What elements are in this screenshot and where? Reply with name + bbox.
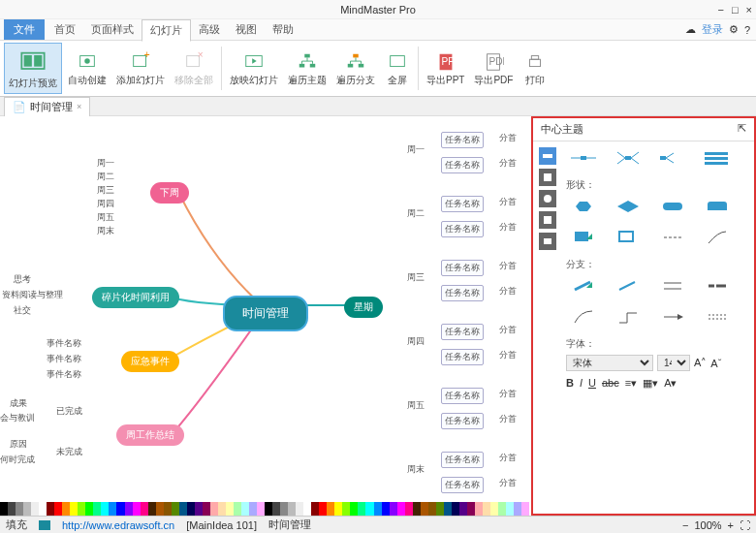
task-node[interactable]: 任务名称	[441, 413, 484, 429]
task-node[interactable]: 任务名称	[441, 349, 484, 365]
font-family-select[interactable]: 宋体	[566, 355, 653, 371]
sub-tue[interactable]: 周二	[97, 171, 114, 183]
branch-taper[interactable]	[700, 275, 735, 297]
sub-read[interactable]: 资料阅读与整理	[2, 289, 63, 301]
sub-weekend[interactable]: 周末	[97, 225, 114, 237]
sub-when[interactable]: 何时完成	[0, 454, 35, 466]
sub-result[interactable]: 成果	[10, 397, 27, 410]
vtab-theme[interactable]	[539, 190, 556, 207]
shape-diamond[interactable]	[611, 196, 646, 217]
sub-wed[interactable]: 周三	[97, 184, 114, 197]
task-node[interactable]: 任务名称	[441, 260, 484, 276]
sub-thu[interactable]: 周四	[97, 198, 114, 210]
node-emergency[interactable]: 应急事件	[121, 351, 179, 372]
task-node[interactable]: 任务名称	[441, 132, 484, 148]
node-fragment[interactable]: 碎片化时间利用	[92, 287, 179, 308]
sub-social[interactable]: 社交	[14, 304, 31, 317]
fill-opt[interactable]	[566, 227, 601, 248]
font-size-select[interactable]: 14	[657, 355, 690, 371]
conn-angle[interactable]	[611, 306, 646, 328]
shape-tab[interactable]	[700, 196, 735, 217]
sub-ev1[interactable]: 事件名称	[47, 337, 81, 350]
line-curve[interactable]	[700, 227, 735, 248]
branch-node[interactable]: 分首	[499, 196, 517, 208]
branch-node[interactable]: 分首	[499, 285, 517, 298]
mindmap-canvas[interactable]: 时间管理 下周 碎片化时间利用 应急事件 周工作总结 星期 周一 周二 周三 周…	[0, 116, 531, 516]
conn-dash[interactable]	[700, 306, 735, 328]
layout-opt-3[interactable]	[655, 147, 690, 169]
ribbon-auto-create[interactable]: 自动创建	[64, 43, 110, 94]
branch-style-1[interactable]	[655, 275, 690, 297]
node-summary[interactable]: 周工作总结	[116, 424, 184, 446]
node-week[interactable]: 星期	[344, 297, 383, 318]
ribbon-browse-topic[interactable]: 遍历主题	[284, 43, 331, 94]
border-opt[interactable]	[611, 227, 646, 248]
font-increase[interactable]: A˄	[694, 357, 707, 369]
week-day[interactable]: 周二	[407, 207, 425, 220]
branch-node[interactable]: 分首	[499, 413, 517, 425]
shape-hex[interactable]	[566, 196, 601, 217]
branch-node[interactable]: 分首	[499, 388, 517, 400]
zoom-out[interactable]: −	[682, 519, 688, 531]
week-day[interactable]: 周末	[407, 463, 425, 476]
ribbon-export-ppt[interactable]: PPT 导出PPT	[423, 43, 468, 94]
branch-fill[interactable]	[566, 275, 601, 297]
vtab-icon[interactable]	[539, 211, 556, 229]
ribbon-fullscreen[interactable]: 全屏	[381, 43, 414, 94]
node-next-week[interactable]: 下周	[150, 182, 189, 204]
zoom-in[interactable]: +	[728, 519, 734, 531]
branch-node[interactable]: 分首	[499, 221, 517, 234]
layout-opt-1[interactable]	[566, 147, 601, 169]
task-node[interactable]: 任务名称	[441, 221, 484, 237]
help-icon[interactable]: ?	[744, 24, 750, 36]
menu-slideshow[interactable]: 幻灯片	[142, 19, 191, 42]
task-node[interactable]: 任务名称	[441, 452, 484, 468]
ribbon-preview[interactable]: 幻灯片预览	[4, 43, 62, 94]
menu-help[interactable]: 帮助	[265, 19, 301, 40]
sub-undone[interactable]: 未完成	[56, 446, 82, 458]
align-button[interactable]: ≡▾	[625, 377, 637, 390]
conn-arrow[interactable]	[655, 306, 690, 328]
branch-node[interactable]: 分首	[499, 157, 517, 170]
task-node[interactable]: 任务名称	[441, 196, 484, 212]
sub-lesson[interactable]: 会与教训	[0, 412, 35, 424]
week-day[interactable]: 周三	[407, 271, 425, 284]
close-button[interactable]: ×	[746, 4, 752, 16]
sub-ev3[interactable]: 事件名称	[47, 368, 81, 381]
ribbon-print[interactable]: 打印	[519, 43, 551, 94]
sub-reason[interactable]: 原因	[10, 438, 27, 451]
panel-pin-icon[interactable]: ⇱	[738, 122, 746, 137]
ribbon-remove-all[interactable]: × 移除全部	[171, 43, 217, 94]
menu-view[interactable]: 视图	[228, 19, 265, 40]
task-node[interactable]: 任务名称	[441, 157, 484, 173]
conn-curve[interactable]	[566, 306, 601, 328]
italic-button[interactable]: I	[580, 377, 583, 390]
color-palette[interactable]	[0, 502, 529, 516]
task-node[interactable]: 任务名称	[441, 324, 484, 340]
menu-advanced[interactable]: 高级	[191, 19, 228, 40]
sub-ev2[interactable]: 事件名称	[47, 353, 81, 365]
doc-tab[interactable]: 📄 时间管理 ×	[4, 97, 90, 116]
task-node[interactable]: 任务名称	[441, 388, 484, 404]
node-center[interactable]: 时间管理	[223, 296, 308, 331]
menu-page-style[interactable]: 页面样式	[83, 19, 142, 40]
shape-round[interactable]	[655, 196, 690, 217]
branch-line[interactable]	[611, 275, 646, 297]
menu-file[interactable]: 文件	[4, 19, 45, 40]
task-node[interactable]: 任务名称	[441, 285, 484, 301]
layout-opt-4[interactable]	[700, 147, 735, 169]
branch-node[interactable]: 分首	[499, 349, 517, 361]
task-node[interactable]: 任务名称	[441, 477, 484, 493]
branch-node[interactable]: 分首	[499, 324, 517, 336]
cloud-icon[interactable]: ☁	[685, 23, 696, 36]
sub-think[interactable]: 思考	[14, 273, 31, 286]
highlight-button[interactable]: ▦▾	[643, 377, 658, 390]
maximize-button[interactable]: □	[732, 4, 739, 16]
menu-home[interactable]: 首页	[47, 19, 83, 40]
bold-button[interactable]: B	[566, 377, 574, 390]
week-day[interactable]: 周五	[407, 399, 425, 412]
font-decrease[interactable]: Aˇ	[710, 358, 721, 369]
branch-node[interactable]: 分首	[499, 477, 517, 489]
sub-done[interactable]: 已完成	[56, 405, 82, 418]
week-day[interactable]: 周四	[407, 335, 425, 348]
